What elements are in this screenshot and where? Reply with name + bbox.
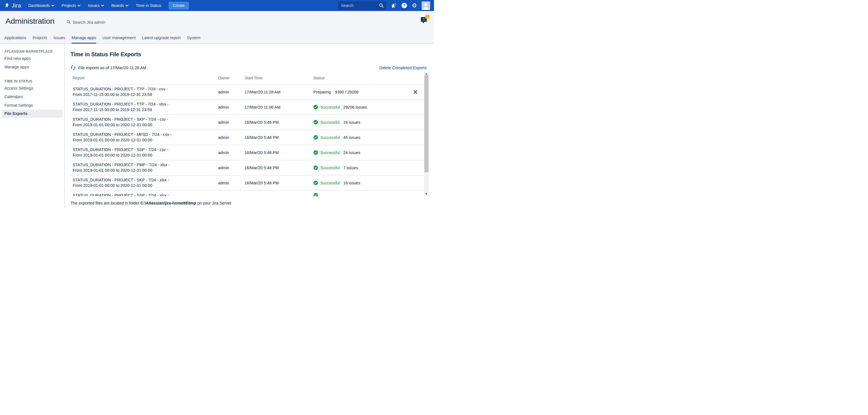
sidebar-item-find-new-apps[interactable]: Find new apps xyxy=(0,54,64,63)
report-range: From 2017-11-15 00:00 to 2019-12-31 23:5… xyxy=(73,92,218,97)
cancel-export-button[interactable] xyxy=(413,89,418,94)
sidebar-item-access-settings[interactable]: Access Settings xyxy=(0,84,64,93)
settings-gear-icon[interactable] xyxy=(412,3,417,8)
column-header-report: Report xyxy=(73,76,218,80)
start-time-cell: 16/Mar/20 5:48 PM xyxy=(245,166,313,170)
owner-cell: admin xyxy=(218,105,245,110)
admin-sidebar: ATLASSIAN MARKETPLACE Find new apps Mana… xyxy=(0,44,65,208)
nav-item-dashboards[interactable]: Dashboards xyxy=(28,3,54,8)
export-location-note: The exported files are located in folder… xyxy=(70,201,434,205)
jira-logo-text: Jira xyxy=(11,2,21,9)
status-issue-count: 24 issues xyxy=(343,150,361,155)
sidebar-heading-time-in-status: TIME IN STATUS xyxy=(4,79,60,83)
status-cell: Successful 16 issues xyxy=(313,120,424,124)
main-panel: Time in Status File Exports File exports… xyxy=(65,44,434,208)
scrollbar-thumb[interactable] xyxy=(424,75,429,172)
status-issue-count: 7 issues xyxy=(343,166,358,170)
notification-icon[interactable]: 1 xyxy=(421,17,427,22)
scrollbar-track[interactable] xyxy=(424,72,429,196)
tab-latest-upgrade-report[interactable]: Latest upgrade report xyxy=(142,35,181,40)
notification-badge: 1 xyxy=(425,15,429,19)
status-label: Preparing xyxy=(313,90,331,94)
start-time-cell: 16/Mar/20 5:48 PM xyxy=(245,120,313,124)
nav-item-time-in-status[interactable]: Time in Status xyxy=(136,3,161,8)
delete-completed-exports-link[interactable]: Delete Completed Exports xyxy=(379,66,427,70)
start-time-cell: 17/Mar/20 11:28 AM xyxy=(245,90,313,94)
report-cell: STATUS_DURATION - PROJECT - SKP - 7/24 -… xyxy=(73,177,218,188)
table-header-row: Report Owner Start Time Status xyxy=(70,72,424,85)
status-label: Successful xyxy=(320,135,340,140)
success-check-icon xyxy=(313,193,318,196)
report-range: From 2019-01-01 00:00 to 2020-12-31 00:0… xyxy=(73,168,218,173)
admin-search-label: Search Jira admin xyxy=(73,20,105,25)
table-row: STATUS_DURATION - PROJECT - TTP - 7/24 -… xyxy=(70,100,424,115)
column-header-owner: Owner xyxy=(218,76,245,80)
report-name: STATUS_DURATION - PROJECT - SSP - 7/24 -… xyxy=(73,147,218,153)
success-check-icon xyxy=(313,150,318,155)
status-progress: 9390 / 29206 xyxy=(335,90,358,94)
sidebar-item-format-settings[interactable]: Format Settings xyxy=(0,101,64,110)
status-cell: Successful 7 issues xyxy=(313,165,424,170)
report-range: From 2019-01-01 00:00 to 2020-12-31 00:0… xyxy=(73,138,218,143)
tab-system[interactable]: System xyxy=(187,35,200,40)
report-cell: STATUS_DURATION - PROJECT - PMP - 7/24 -… xyxy=(73,162,218,173)
table-row: STATUS_DURATION - PROJECT - SSP - 7/24 -… xyxy=(70,145,424,160)
start-time-cell: 16/Mar/20 5:48 PM xyxy=(245,181,313,185)
top-nav-bar: Jira Dashboards Projects Issues Boards T… xyxy=(0,0,434,11)
scroll-down-button[interactable] xyxy=(424,192,429,196)
tab-projects[interactable]: Projects xyxy=(32,35,47,40)
sidebar-heading-atlassian-marketplace: ATLASSIAN MARKETPLACE xyxy=(4,50,60,54)
help-icon[interactable] xyxy=(402,3,407,8)
sidebar-item-manage-apps[interactable]: Manage apps xyxy=(0,63,64,71)
status-label: Successful xyxy=(320,181,340,185)
nav-item-boards[interactable]: Boards xyxy=(111,3,128,8)
section-title: Time in Status File Exports xyxy=(70,51,434,58)
status-label: Successful xyxy=(320,150,340,155)
status-issue-count: 29206 issues xyxy=(343,105,367,110)
table-row: STATUS_DURATION - PROJECT - PMP - 7/24 -… xyxy=(70,160,424,176)
jira-logo-icon xyxy=(4,2,10,9)
refresh-icon[interactable] xyxy=(70,65,76,70)
nav-item-projects[interactable]: Projects xyxy=(62,3,81,8)
owner-cell: admin xyxy=(218,135,245,140)
owner-cell: admin xyxy=(218,181,245,185)
status-label: Successful xyxy=(320,166,340,170)
search-icon xyxy=(67,20,71,25)
nav-item-issues[interactable]: Issues xyxy=(88,3,104,8)
sidebar-item-calendars[interactable]: Calendars xyxy=(0,93,64,101)
chevron-down-icon xyxy=(101,5,104,7)
owner-cell: admin xyxy=(218,90,245,94)
create-button[interactable]: Create xyxy=(168,2,189,10)
search-icon[interactable] xyxy=(379,3,384,9)
status-cell: Preparing 9390 / 29206 xyxy=(313,89,424,94)
tab-issues[interactable]: Issues xyxy=(54,35,65,40)
success-check-icon xyxy=(313,165,318,170)
jira-logo[interactable]: Jira xyxy=(4,2,21,9)
column-header-status: Status xyxy=(313,76,424,80)
tab-manage-apps[interactable]: Manage apps xyxy=(71,35,96,40)
report-range: From 2019-01-01 00:00 to 2020-12-31 00:0… xyxy=(73,183,218,188)
status-cell: Successful 16 issues xyxy=(313,180,424,185)
admin-search-button[interactable]: Search Jira admin xyxy=(67,20,105,25)
report-name: STATUS_DURATION - PROJECT - SKP - 7/24 -… xyxy=(73,117,218,122)
report-range: From 2017-11-15 00:00 to 2019-12-31 23:5… xyxy=(73,107,218,113)
report-cell: STATUS_DURATION - PROJECT - SKP - 7/24 -… xyxy=(73,117,218,127)
status-issue-count: 45 issues xyxy=(343,135,361,140)
table-row: STATUS_DURATION - PROJECT - SKP - 7/24 -… xyxy=(70,115,424,130)
report-cell: STATUS_DURATION - PROJECT - MFSD - 7/24 … xyxy=(73,132,218,143)
tab-applications[interactable]: Applications xyxy=(4,35,26,40)
announcement-icon[interactable] xyxy=(391,3,397,8)
tab-user-management[interactable]: User management xyxy=(102,35,136,40)
owner-cell: admin xyxy=(218,166,245,170)
page-title: Administration xyxy=(5,17,55,26)
success-check-icon xyxy=(313,180,318,185)
status-cell: Successful 29206 issues xyxy=(313,105,424,110)
admin-tab-bar: Applications Projects Issues Manage apps… xyxy=(0,32,434,43)
nav-right-cluster xyxy=(338,1,430,10)
sidebar-item-file-exports[interactable]: File Exports xyxy=(2,110,63,118)
report-name: STATUS_DURATION - PROJECT - TTP - 7/24 -… xyxy=(73,87,218,92)
owner-cell: admin xyxy=(218,120,245,124)
avatar[interactable] xyxy=(422,1,430,10)
column-header-start-time: Start Time xyxy=(245,76,313,80)
table-row: STATUS_DURATION - PROJECT - TTP - 7/24 -… xyxy=(70,85,424,100)
